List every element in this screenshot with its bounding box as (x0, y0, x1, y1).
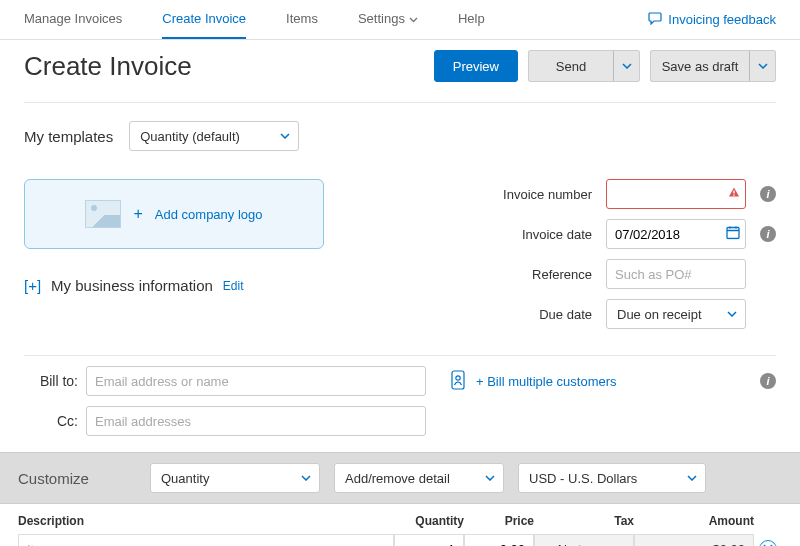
bill-to-label: Bill to: (24, 373, 78, 389)
svg-rect-2 (727, 228, 739, 239)
bill-to-input[interactable] (86, 366, 426, 396)
customize-label: Customize (18, 470, 136, 487)
tab-help[interactable]: Help (458, 0, 485, 39)
due-date-label: Due date (539, 307, 592, 322)
page-title: Create Invoice (24, 51, 192, 82)
line-item-row: No tax $0.00 (18, 534, 782, 546)
chevron-down-icon (409, 11, 418, 26)
info-icon[interactable]: i (760, 186, 776, 202)
cc-input[interactable] (86, 406, 426, 436)
invoice-number-input[interactable] (606, 179, 746, 209)
tab-create-invoice[interactable]: Create Invoice (162, 0, 246, 39)
expand-business-info[interactable]: [+] (24, 277, 41, 294)
warning-icon (728, 187, 740, 202)
due-date-select[interactable]: Due on receipt (606, 299, 746, 329)
bill-multiple-link[interactable]: + Bill multiple customers (476, 374, 617, 389)
plus-icon: + (133, 205, 142, 223)
info-icon[interactable]: i (760, 373, 776, 389)
add-logo-box[interactable]: + Add company logo (24, 179, 324, 249)
image-placeholder-icon (85, 200, 121, 228)
reference-label: Reference (532, 267, 592, 282)
invoice-date-input[interactable] (606, 219, 746, 249)
item-qty-input[interactable] (394, 534, 464, 546)
item-amount: $0.00 (634, 534, 754, 546)
chevron-down-icon (280, 133, 290, 139)
customize-currency-select[interactable]: USD - U.S. Dollars (518, 463, 706, 493)
template-select[interactable]: Quantity (default) (129, 121, 299, 151)
chevron-down-icon (301, 475, 311, 481)
col-tax: Tax (534, 514, 634, 528)
svg-rect-1 (733, 195, 734, 196)
send-button[interactable]: Send (528, 50, 640, 82)
title-bar: Create Invoice Preview Send Save as draf… (24, 50, 776, 103)
tab-settings[interactable]: Settings (358, 0, 418, 39)
chevron-down-icon (727, 311, 737, 317)
edit-business-info[interactable]: Edit (223, 279, 244, 293)
templates-label: My templates (24, 128, 113, 145)
item-tax-select[interactable]: No tax (534, 534, 634, 546)
item-price-input[interactable] (464, 534, 534, 546)
customize-detail-select[interactable]: Add/remove detail (334, 463, 504, 493)
save-draft-button[interactable]: Save as draft (650, 50, 776, 82)
cc-label: Cc: (24, 413, 78, 429)
item-name-input[interactable] (18, 534, 394, 546)
col-amount: Amount (634, 514, 754, 528)
customize-template-select[interactable]: Quantity (150, 463, 320, 493)
svg-rect-0 (733, 191, 734, 194)
svg-point-7 (456, 375, 460, 379)
delete-row-button[interactable] (759, 540, 777, 546)
chevron-down-icon (601, 542, 610, 547)
chevron-down-icon (687, 475, 697, 481)
customize-bar: Customize Quantity Add/remove detail USD… (0, 452, 800, 504)
line-items: Description Quantity Price Tax Amount No… (0, 504, 800, 546)
preview-button[interactable]: Preview (434, 50, 518, 82)
chat-icon (648, 12, 662, 28)
business-info-label: My business information (51, 277, 213, 294)
invoice-date-label: Invoice date (522, 227, 592, 242)
reference-input[interactable] (606, 259, 746, 289)
col-description: Description (18, 514, 394, 528)
tab-manage-invoices[interactable]: Manage Invoices (24, 0, 122, 39)
person-icon (450, 370, 466, 393)
info-icon[interactable]: i (760, 226, 776, 242)
invoicing-feedback-link[interactable]: Invoicing feedback (648, 12, 776, 28)
col-price: Price (464, 514, 534, 528)
invoice-number-label: Invoice number (503, 187, 592, 202)
calendar-icon[interactable] (726, 226, 740, 243)
col-quantity: Quantity (394, 514, 464, 528)
chevron-down-icon (485, 475, 495, 481)
top-nav: Manage Invoices Create Invoice Items Set… (0, 0, 800, 40)
tab-items[interactable]: Items (286, 0, 318, 39)
draft-dropdown-caret[interactable] (750, 50, 776, 82)
send-dropdown-caret[interactable] (614, 50, 640, 82)
add-logo-label: Add company logo (155, 207, 263, 222)
